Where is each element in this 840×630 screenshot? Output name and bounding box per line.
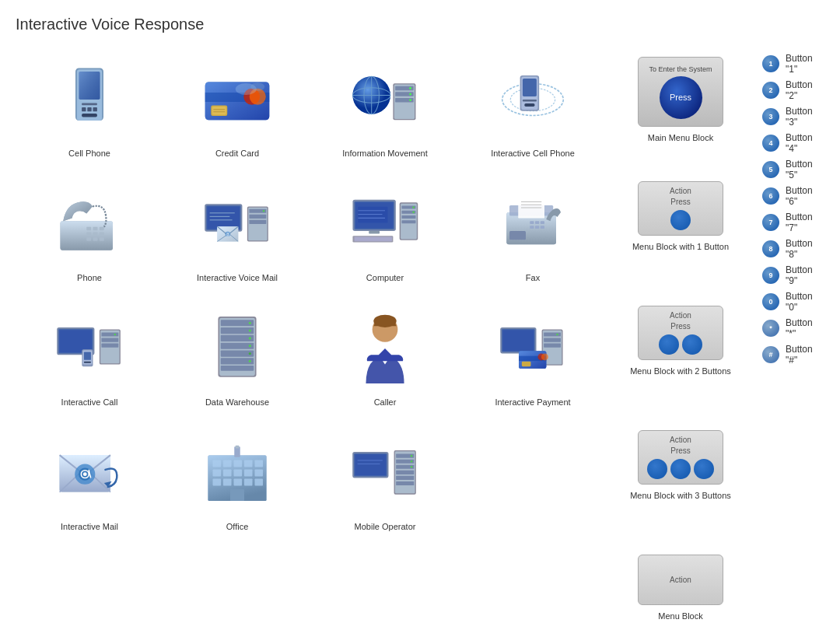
menu-2btn-circle-1	[659, 334, 679, 355]
button-item-9: 9 Button "9"	[762, 264, 824, 286]
btn-label-3: Button "3"	[786, 106, 824, 128]
btn-circle-7: 7	[762, 214, 779, 231]
svg-rect-163	[244, 460, 253, 467]
svg-rect-8	[82, 114, 97, 117]
svg-point-124	[249, 322, 251, 324]
btn-label-2: Button "2"	[786, 79, 824, 101]
svg-point-31	[409, 87, 411, 89]
item-office: Office	[163, 422, 311, 547]
office-label: Office	[226, 522, 249, 531]
btn-circle-0: 0	[762, 293, 779, 310]
menu-1btn-circle	[670, 210, 691, 230]
item-caller: Caller	[311, 298, 459, 422]
menu-2btn-circle-2	[682, 334, 702, 355]
btn-circle-1: 1	[762, 55, 779, 72]
svg-rect-98	[530, 226, 534, 229]
phone-label: Phone	[77, 273, 102, 282]
main-menu-press-btn: Press	[660, 76, 702, 119]
svg-rect-7	[93, 107, 97, 111]
btn-label-9: Button "9"	[786, 264, 824, 286]
btn-label-4: Button "4"	[786, 132, 824, 154]
svg-point-33	[409, 99, 411, 101]
button-item-5: 5 Button "5"	[762, 159, 824, 180]
svg-rect-62	[249, 220, 266, 224]
menu-2btn-press: Press	[670, 322, 691, 331]
svg-rect-83	[401, 220, 415, 223]
svg-point-129	[249, 360, 251, 362]
office-icon	[202, 438, 272, 508]
menu-2btn-action: Action	[670, 311, 691, 320]
svg-point-126	[249, 337, 251, 339]
interactive-cell-phone-label: Interactive Cell Phone	[491, 149, 575, 158]
svg-rect-166	[223, 470, 232, 477]
item-interactive-mail: Interactive Mail	[16, 422, 163, 547]
svg-rect-73	[358, 207, 387, 223]
svg-rect-45	[100, 227, 104, 231]
button-item-0: 0 Button "0"	[762, 291, 824, 313]
svg-rect-173	[244, 479, 253, 486]
interactive-mail-icon	[54, 438, 124, 508]
button-item-7: 7 Button "7"	[762, 212, 824, 233]
button-item-1: 1 Button "1"	[762, 53, 824, 75]
svg-rect-114	[84, 362, 91, 363]
main-menu-block-label: Main Menu Block	[648, 133, 713, 142]
svg-point-127	[249, 345, 251, 347]
svg-rect-190	[396, 481, 414, 485]
menu-block-2btn-label: Menu Block with 2 Buttons	[630, 366, 731, 376]
svg-text:@: @	[226, 233, 230, 236]
btn-label-8: Button "8"	[786, 238, 824, 260]
menu-action-only-text: Action	[670, 576, 691, 584]
svg-rect-5	[82, 107, 86, 111]
menu-1btn-action: Action	[670, 187, 691, 195]
svg-rect-169	[255, 470, 264, 477]
button-item-3: 3 Button "3"	[762, 106, 824, 128]
button-item-hash: # Button "#"	[762, 344, 824, 366]
svg-point-125	[249, 329, 251, 331]
svg-rect-49	[86, 237, 91, 241]
btn-label-5: Button "5"	[786, 159, 824, 180]
svg-rect-97	[541, 221, 544, 224]
menu-3btn-press: Press	[670, 446, 691, 455]
caller-icon	[350, 313, 420, 383]
btn-circle-2: 2	[762, 82, 779, 99]
btn-label-0: Button "0"	[786, 291, 824, 313]
svg-point-193	[411, 466, 413, 468]
btn-label-7: Button "7"	[786, 212, 824, 233]
svg-rect-82	[401, 215, 415, 219]
svg-rect-40	[524, 103, 534, 107]
svg-rect-165	[213, 470, 222, 477]
svg-rect-123	[221, 366, 254, 371]
svg-rect-104	[59, 330, 92, 352]
svg-rect-95	[530, 221, 534, 224]
interactive-voice-mail-icon: @	[202, 189, 272, 259]
svg-rect-96	[535, 221, 539, 224]
svg-point-32	[409, 93, 411, 96]
svg-rect-180	[355, 454, 386, 475]
credit-card-icon	[202, 65, 272, 135]
phone-icon	[54, 189, 124, 259]
btn-circle-8: 8	[762, 240, 779, 257]
btn-label-1: Button "1"	[786, 53, 824, 75]
item-mobile-operator: Mobile Operator	[311, 422, 459, 547]
menu-block-1btn: Action Press Menu Block with 1 Button	[607, 173, 754, 298]
svg-rect-42	[61, 221, 114, 250]
fax-icon	[498, 189, 568, 259]
svg-rect-167	[234, 470, 243, 477]
btn-circle-star: *	[762, 320, 779, 337]
cell-phone-icon	[54, 65, 124, 135]
svg-rect-39	[523, 100, 537, 101]
item-fax: Fax	[459, 173, 607, 298]
menu-block-3btn-label: Menu Block with 3 Buttons	[630, 491, 731, 500]
information-movement-icon	[350, 65, 420, 135]
btn-circle-6: 6	[762, 187, 779, 205]
mobile-operator-icon	[350, 438, 420, 508]
svg-rect-172	[234, 479, 243, 486]
svg-rect-46	[86, 233, 91, 236]
interactive-payment-icon	[498, 313, 568, 383]
svg-rect-109	[101, 344, 118, 348]
menu-block-action-only: Action Menu Block	[607, 547, 754, 630]
button-item-4: 4 Button "4"	[762, 132, 824, 154]
item-credit-card: Credit Card	[163, 49, 311, 173]
svg-rect-47	[93, 233, 98, 236]
data-warehouse-label: Data Warehouse	[205, 397, 269, 407]
